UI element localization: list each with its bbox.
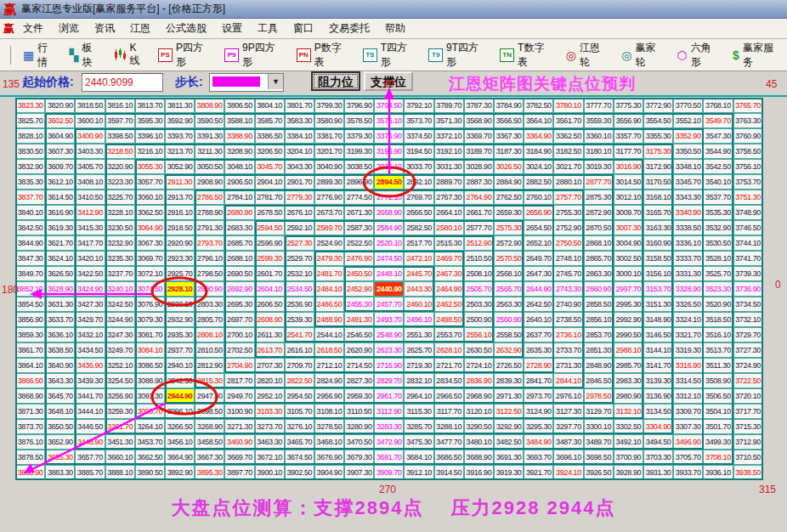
grid-cell: 2762.50 bbox=[494, 190, 524, 205]
grid-cell: 3230.50 bbox=[105, 220, 135, 235]
menu-settings[interactable]: 设置 bbox=[215, 19, 249, 38]
grid-cell: 3410.50 bbox=[75, 190, 105, 205]
grid-cell: 3403.30 bbox=[75, 144, 105, 159]
menu-news[interactable]: 资讯 bbox=[88, 19, 122, 38]
grid-cell: 2896.90 bbox=[344, 174, 374, 190]
grid-cell: 3184.90 bbox=[524, 144, 553, 159]
grid-cell: 3559.30 bbox=[584, 113, 614, 128]
grid-cell: 2925.70 bbox=[165, 266, 195, 281]
menu-trade-entrust[interactable]: 交易委托 bbox=[322, 19, 377, 38]
toolbar-t-number-table[interactable]: TN T数字表 bbox=[495, 38, 558, 72]
angle-label-135: 135 bbox=[3, 78, 20, 90]
grid-row: 3880.903883.303885.703888.103890.503892.… bbox=[15, 465, 763, 480]
grid-cell: 3638.50 bbox=[45, 342, 75, 358]
step-select[interactable]: ▼ bbox=[209, 73, 284, 92]
grid-cell: 3384.10 bbox=[285, 128, 314, 144]
grid-cell: 2503.30 bbox=[464, 297, 494, 312]
toolbar-gann-wheel[interactable]: ◎ 江恩轮 bbox=[562, 38, 614, 72]
grid-row: 3856.903633.703429.703244.903079.302932.… bbox=[15, 312, 763, 327]
toolbar-label: 9P四方形 bbox=[242, 41, 285, 70]
grid-cell: 3729.70 bbox=[733, 327, 763, 342]
toolbar-hexagon[interactable]: ⬡ 六角形 bbox=[673, 38, 725, 72]
grid-cell: 2659.30 bbox=[494, 205, 524, 220]
menu-browse[interactable]: 浏览 bbox=[52, 19, 86, 38]
grid-cell: 3072.10 bbox=[135, 266, 165, 281]
grid-cell: 2517.70 bbox=[404, 235, 433, 251]
grid-cell: 2457.70 bbox=[374, 297, 404, 312]
grid-cell: 2755.30 bbox=[553, 205, 583, 220]
grid-cell: 2760.10 bbox=[524, 190, 553, 205]
grid-cell: 2476.90 bbox=[344, 251, 374, 266]
grid-cell: 3506.50 bbox=[703, 388, 733, 404]
grid-cell: 3201.70 bbox=[314, 144, 344, 159]
grid-cell: 3448.90 bbox=[75, 434, 105, 450]
grid-cell: 3914.50 bbox=[434, 465, 464, 480]
grid-cell: 3040.90 bbox=[314, 159, 344, 174]
grid-row: 3878.503655.303657.703660.103662.503664.… bbox=[15, 450, 763, 465]
kline-candles-icon bbox=[114, 48, 127, 61]
grid-cell: 2505.70 bbox=[464, 281, 494, 297]
grid-cell: 2510.50 bbox=[464, 251, 494, 266]
grid-cell: 3856.90 bbox=[15, 312, 45, 327]
grid-cell: 3508.90 bbox=[703, 373, 733, 388]
grid-cell: 3004.90 bbox=[614, 235, 643, 251]
grid-cell: 2546.50 bbox=[344, 327, 374, 342]
grid-cell: 2992.90 bbox=[614, 312, 643, 327]
menu-gann[interactable]: 江恩 bbox=[123, 19, 157, 38]
toolbar-t-square[interactable]: TS T四方形 bbox=[359, 38, 421, 72]
grid-cell: 3744.10 bbox=[733, 235, 763, 251]
grid-cell: 3808.90 bbox=[195, 98, 224, 113]
resistance-button[interactable]: 阻力位 bbox=[311, 71, 360, 91]
grid-cell: 3602.50 bbox=[45, 113, 75, 128]
toolbar-sectors[interactable]: ▚ 板块 bbox=[65, 38, 106, 72]
grid-cell: 3619.30 bbox=[45, 220, 75, 235]
grid-cell: 3225.70 bbox=[105, 190, 135, 205]
grid-cell: 2556.10 bbox=[464, 327, 494, 342]
grid-cell: 2553.70 bbox=[434, 327, 464, 342]
menu-file[interactable]: 文件 bbox=[16, 19, 50, 38]
toolbar-p-number-table[interactable]: PN P数字表 bbox=[292, 38, 355, 72]
toolbar-quotes[interactable]: ▦ 行情 bbox=[19, 38, 62, 72]
grid-cell: 3460.90 bbox=[224, 434, 254, 450]
toolbar-label: 六角形 bbox=[691, 41, 721, 70]
grid-cell: 3607.30 bbox=[45, 144, 75, 159]
toolbar-kline[interactable]: K线 bbox=[110, 39, 150, 71]
grid-cell: 3098.50 bbox=[195, 404, 224, 419]
grid-cell: 2882.50 bbox=[524, 174, 553, 190]
grid-cell: 3693.70 bbox=[524, 450, 553, 465]
grid-cell: 2652.10 bbox=[524, 235, 553, 251]
menu-tools[interactable]: 工具 bbox=[251, 19, 285, 38]
grid-cell: 2496.10 bbox=[404, 312, 433, 327]
grid-cell: 2774.50 bbox=[344, 190, 374, 205]
grid-cell: 2563.30 bbox=[494, 297, 524, 312]
grid-cell: 3050.50 bbox=[195, 159, 224, 174]
grid-cell: 2464.90 bbox=[434, 281, 464, 297]
menu-formula-stock-pick[interactable]: 公式选股 bbox=[159, 19, 213, 38]
grid-cell: 3360.10 bbox=[584, 128, 614, 144]
toolbar-9p-square[interactable]: P9 9P四方形 bbox=[220, 38, 289, 72]
grid-cell: 2637.70 bbox=[524, 327, 553, 342]
menu-window[interactable]: 窗口 bbox=[286, 19, 320, 38]
grid-cell: 3321.70 bbox=[673, 327, 703, 342]
grid-cell: 3388.90 bbox=[224, 128, 254, 144]
grid-cell: 3801.70 bbox=[285, 98, 314, 113]
grid-cell: 2786.50 bbox=[195, 190, 224, 205]
toolbar-label: 赢家轮 bbox=[635, 41, 665, 70]
grid-cell: 2695.30 bbox=[224, 297, 254, 312]
grid-cell: 2491.30 bbox=[344, 312, 374, 327]
toolbar-p-square[interactable]: PS P四方形 bbox=[154, 38, 217, 72]
toolbar-label: P四方形 bbox=[176, 41, 212, 70]
menu-help[interactable]: 帮助 bbox=[378, 19, 412, 38]
grid-cell: 2800.90 bbox=[195, 281, 224, 297]
toolbar-winner-wheel[interactable]: ◎ 赢家轮 bbox=[617, 38, 669, 72]
start-price-input[interactable] bbox=[82, 73, 163, 92]
toolbar-winner-service[interactable]: $ 赢家服务 bbox=[728, 38, 787, 72]
grid-cell: 3566.50 bbox=[494, 113, 524, 128]
grid-row: 3830.503607.303403.303218.503216.103213.… bbox=[15, 144, 763, 159]
toolbar-9t-square[interactable]: T9 9T四方形 bbox=[424, 38, 492, 72]
grid-cell: 3268.90 bbox=[195, 419, 224, 434]
grid-cell: 2935.30 bbox=[165, 327, 195, 342]
grid-cell: 2642.50 bbox=[524, 297, 553, 312]
grid-cell: 3348.10 bbox=[673, 159, 703, 174]
grid-cell: 2508.10 bbox=[464, 266, 494, 281]
